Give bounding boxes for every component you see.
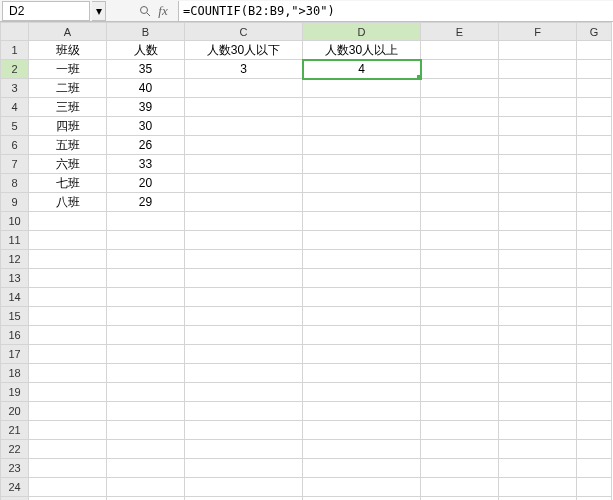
cell-E3[interactable] — [421, 79, 499, 98]
cell-B6[interactable]: 26 — [107, 136, 185, 155]
cell-E23[interactable] — [421, 459, 499, 478]
cell-G4[interactable] — [577, 98, 612, 117]
cell-E8[interactable] — [421, 174, 499, 193]
cell-D2[interactable]: 4 — [303, 60, 421, 79]
fill-handle[interactable] — [417, 75, 421, 79]
cell-A10[interactable] — [29, 212, 107, 231]
cell-B4[interactable]: 39 — [107, 98, 185, 117]
cell-F21[interactable] — [499, 421, 577, 440]
cell-A13[interactable] — [29, 269, 107, 288]
cell-F5[interactable] — [499, 117, 577, 136]
cell-E25[interactable] — [421, 497, 499, 501]
cell-G6[interactable] — [577, 136, 612, 155]
row-header-13[interactable]: 13 — [1, 269, 29, 288]
cell-A19[interactable] — [29, 383, 107, 402]
cell-F24[interactable] — [499, 478, 577, 497]
cell-C7[interactable] — [185, 155, 303, 174]
cell-F18[interactable] — [499, 364, 577, 383]
cell-E13[interactable] — [421, 269, 499, 288]
cell-D20[interactable] — [303, 402, 421, 421]
cell-D10[interactable] — [303, 212, 421, 231]
cell-C2[interactable]: 3 — [185, 60, 303, 79]
row-header-9[interactable]: 9 — [1, 193, 29, 212]
col-header-E[interactable]: E — [421, 23, 499, 41]
cell-D7[interactable] — [303, 155, 421, 174]
cell-A12[interactable] — [29, 250, 107, 269]
cell-B18[interactable] — [107, 364, 185, 383]
cell-F7[interactable] — [499, 155, 577, 174]
row-header-12[interactable]: 12 — [1, 250, 29, 269]
cell-A6[interactable]: 五班 — [29, 136, 107, 155]
cell-C13[interactable] — [185, 269, 303, 288]
cell-C9[interactable] — [185, 193, 303, 212]
row-header-18[interactable]: 18 — [1, 364, 29, 383]
row-header-22[interactable]: 22 — [1, 440, 29, 459]
cell-A8[interactable]: 七班 — [29, 174, 107, 193]
cell-G23[interactable] — [577, 459, 612, 478]
cell-C1[interactable]: 人数30人以下 — [185, 41, 303, 60]
cell-C23[interactable] — [185, 459, 303, 478]
search-icon[interactable] — [136, 2, 154, 20]
cell-F4[interactable] — [499, 98, 577, 117]
cell-E5[interactable] — [421, 117, 499, 136]
cell-C15[interactable] — [185, 307, 303, 326]
row-header-8[interactable]: 8 — [1, 174, 29, 193]
cell-A4[interactable]: 三班 — [29, 98, 107, 117]
col-header-G[interactable]: G — [577, 23, 612, 41]
cell-A20[interactable] — [29, 402, 107, 421]
cell-A15[interactable] — [29, 307, 107, 326]
cell-D4[interactable] — [303, 98, 421, 117]
cell-E19[interactable] — [421, 383, 499, 402]
row-header-3[interactable]: 3 — [1, 79, 29, 98]
cell-G2[interactable] — [577, 60, 612, 79]
cell-F9[interactable] — [499, 193, 577, 212]
cell-B20[interactable] — [107, 402, 185, 421]
col-header-C[interactable]: C — [185, 23, 303, 41]
cell-D11[interactable] — [303, 231, 421, 250]
cell-F19[interactable] — [499, 383, 577, 402]
cell-B21[interactable] — [107, 421, 185, 440]
cell-B5[interactable]: 30 — [107, 117, 185, 136]
cell-D1[interactable]: 人数30人以上 — [303, 41, 421, 60]
row-header-14[interactable]: 14 — [1, 288, 29, 307]
cell-B2[interactable]: 35 — [107, 60, 185, 79]
cell-G7[interactable] — [577, 155, 612, 174]
cell-E4[interactable] — [421, 98, 499, 117]
cell-D19[interactable] — [303, 383, 421, 402]
select-all-corner[interactable] — [1, 23, 29, 41]
cell-F25[interactable] — [499, 497, 577, 501]
cell-A21[interactable] — [29, 421, 107, 440]
cell-B8[interactable]: 20 — [107, 174, 185, 193]
cell-A1[interactable]: 班级 — [29, 41, 107, 60]
cell-G10[interactable] — [577, 212, 612, 231]
col-header-A[interactable]: A — [29, 23, 107, 41]
cell-E21[interactable] — [421, 421, 499, 440]
name-box-dropdown[interactable]: ▾ — [92, 1, 106, 21]
cell-C20[interactable] — [185, 402, 303, 421]
cell-E20[interactable] — [421, 402, 499, 421]
cell-G8[interactable] — [577, 174, 612, 193]
cell-F8[interactable] — [499, 174, 577, 193]
cell-F11[interactable] — [499, 231, 577, 250]
cell-G17[interactable] — [577, 345, 612, 364]
cell-A5[interactable]: 四班 — [29, 117, 107, 136]
cell-A9[interactable]: 八班 — [29, 193, 107, 212]
row-header-10[interactable]: 10 — [1, 212, 29, 231]
cell-B15[interactable] — [107, 307, 185, 326]
col-header-B[interactable]: B — [107, 23, 185, 41]
row-header-17[interactable]: 17 — [1, 345, 29, 364]
cell-A18[interactable] — [29, 364, 107, 383]
cell-A14[interactable] — [29, 288, 107, 307]
row-header-7[interactable]: 7 — [1, 155, 29, 174]
row-header-24[interactable]: 24 — [1, 478, 29, 497]
cell-G13[interactable] — [577, 269, 612, 288]
cell-F10[interactable] — [499, 212, 577, 231]
fx-icon[interactable]: fx — [154, 2, 172, 20]
cell-F12[interactable] — [499, 250, 577, 269]
row-header-23[interactable]: 23 — [1, 459, 29, 478]
cell-C16[interactable] — [185, 326, 303, 345]
cell-D16[interactable] — [303, 326, 421, 345]
cell-C8[interactable] — [185, 174, 303, 193]
col-header-F[interactable]: F — [499, 23, 577, 41]
cell-E1[interactable] — [421, 41, 499, 60]
